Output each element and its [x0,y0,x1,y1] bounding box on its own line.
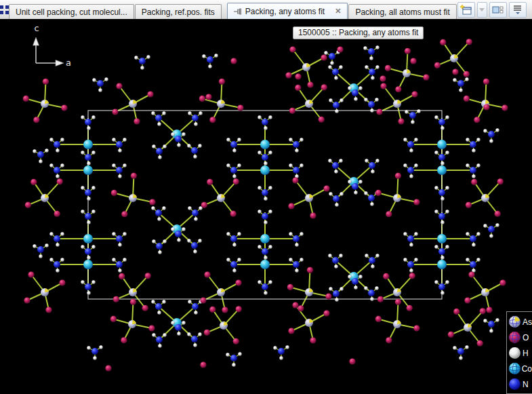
atom-n[interactable] [85,154,91,161]
atom-h[interactable] [91,115,95,119]
atom-n[interactable] [333,102,340,109]
atom-h[interactable] [403,258,407,261]
atom-h[interactable] [279,356,283,359]
atom-h[interactable] [483,129,487,132]
atom-h[interactable] [87,197,90,200]
atom-h[interactable] [268,115,272,119]
atom-o[interactable] [112,109,118,115]
atom-h[interactable] [152,239,155,243]
atom-o[interactable] [147,91,153,97]
atom-h[interactable] [123,163,126,167]
atom-h[interactable] [375,98,378,101]
atom-h[interactable] [340,287,343,290]
atom-h[interactable] [258,115,261,119]
atom-h[interactable] [104,77,108,81]
atom-n[interactable] [369,257,375,264]
atom-n[interactable] [488,226,495,233]
atom-h[interactable] [112,138,115,141]
atom-o[interactable] [204,271,210,277]
atom-o[interactable] [380,83,386,89]
atom-h[interactable] [194,122,197,125]
atom-h[interactable] [87,346,90,349]
atom-n[interactable] [407,261,414,268]
atom-o[interactable] [142,305,148,311]
atom-h[interactable] [151,206,155,210]
atom-h[interactable] [112,258,115,261]
atom-n[interactable] [407,235,414,242]
atom-o[interactable] [295,73,301,79]
atom-co[interactable] [83,234,93,243]
structure-viewport[interactable]: ca 1500005 :: Packing, any atoms fit AsO… [0,19,532,394]
atom-h[interactable] [177,332,180,335]
atom-n[interactable] [368,290,375,296]
atom-h[interactable] [232,243,236,246]
atom-h[interactable] [232,174,236,178]
atom-n[interactable] [54,167,60,174]
atom-n[interactable] [230,261,237,268]
atom-n[interactable] [470,141,476,148]
atom-h[interactable] [99,345,102,349]
atom-o[interactable] [110,316,117,322]
atom-h[interactable] [60,138,64,141]
atom-h[interactable] [264,256,267,259]
atom-o[interactable] [323,310,329,316]
atom-h[interactable] [295,269,298,272]
atom-o[interactable] [499,279,506,285]
atom-h[interactable] [414,258,417,261]
atom-h[interactable] [39,159,42,163]
atom-h[interactable] [264,291,267,294]
atom-h[interactable] [198,239,201,242]
atom-n[interactable] [409,112,416,119]
atom-o[interactable] [386,211,392,217]
atom-o[interactable] [222,307,228,313]
atom-h[interactable] [483,224,487,227]
atom-h[interactable] [157,122,161,125]
atom-h[interactable] [403,163,407,167]
atom-h[interactable] [199,111,202,115]
atom-o[interactable] [307,267,313,273]
atom-n[interactable] [457,80,464,87]
atom-h[interactable] [445,151,449,154]
atom-h[interactable] [340,98,343,102]
atom-h[interactable] [476,258,480,261]
atom-o[interactable] [121,337,127,343]
atom-h[interactable] [146,55,150,58]
atom-h[interactable] [226,138,230,141]
atom-h[interactable] [157,217,161,220]
atom-h[interactable] [365,254,368,257]
atom-h[interactable] [226,232,230,235]
atom-n[interactable] [438,154,445,161]
atom-o[interactable] [386,337,392,343]
atom-n[interactable] [368,48,375,55]
atom-o[interactable] [30,179,37,185]
atom-o[interactable] [423,74,429,80]
atom-h[interactable] [445,210,449,213]
atom-h[interactable] [177,143,180,146]
atom-o[interactable] [201,202,207,208]
atom-o[interactable] [464,96,470,102]
atom-h[interactable] [335,298,338,301]
atom-h[interactable] [171,321,174,324]
atom-o[interactable] [121,211,127,217]
atom-h[interactable] [359,86,362,90]
atom-o[interactable] [57,178,63,184]
atom-h[interactable] [403,138,407,141]
atom-h[interactable] [140,66,144,69]
atom-h[interactable] [91,210,95,213]
atom-h[interactable] [472,149,475,152]
atom-h[interactable] [162,111,165,115]
atom-n[interactable] [230,235,237,242]
atom-n[interactable] [192,210,199,216]
atom-o[interactable] [111,190,117,196]
atom-n[interactable] [191,147,198,154]
atom-o[interactable] [480,308,486,314]
atom-h[interactable] [434,280,438,283]
atom-h[interactable] [348,275,351,278]
atom-h[interactable] [335,203,338,206]
atom-o[interactable] [113,296,119,302]
atom-h[interactable] [411,120,414,123]
atom-n[interactable] [85,213,91,220]
atom-h[interactable] [264,126,267,130]
atom-h[interactable] [340,192,343,195]
atom-n[interactable] [192,303,199,310]
